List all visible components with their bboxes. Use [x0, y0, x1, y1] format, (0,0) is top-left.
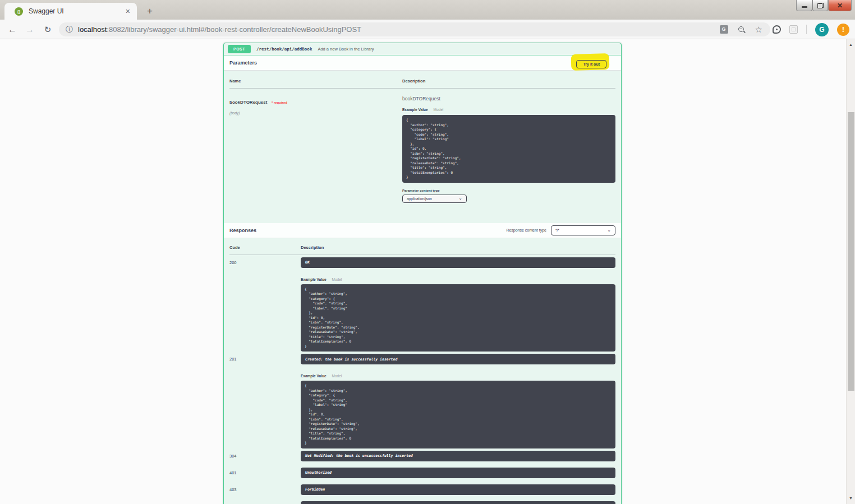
response-content-type-label: Response content type [506, 228, 546, 232]
zoom-icon[interactable] [738, 26, 746, 34]
parameter-name-cell: bookDTORequest * required (body) [229, 96, 402, 203]
restore-button[interactable] [812, 0, 828, 11]
response-description-bar: OK [301, 257, 615, 268]
tab-example-value[interactable]: Example Value [301, 374, 327, 378]
back-button[interactable]: ← [6, 24, 19, 36]
response-description-text: Not Modified: the book is unsuccessfully… [305, 454, 413, 458]
response-201-codeblock: { "author": "string", "category": { "cod… [301, 381, 615, 448]
reload-button[interactable]: ↻ [42, 24, 54, 36]
response-description-bar: Not Modified: the book is unsuccessfully… [301, 451, 615, 461]
responses-title: Responses [229, 228, 256, 233]
address-bar[interactable]: ⓘ localhost:8082/library/swagger-ui.html… [59, 22, 770, 36]
parameter-description-cell: bookDTORequest Example Value Model { "au… [402, 96, 615, 203]
chevron-down-icon: ⌄ [607, 229, 611, 232]
new-tab-button[interactable]: + [142, 4, 157, 18]
tab-model[interactable]: Model [332, 374, 342, 378]
name-column-header: Name [229, 78, 402, 84]
response-description-text: Unauthorized [305, 470, 332, 475]
extension-icon-1[interactable] [773, 25, 781, 34]
request-example-json: { "author": "string", "category": { "cod… [406, 118, 612, 180]
http-method-badge: POST [228, 45, 251, 53]
response-description-bar: Unauthorized [301, 468, 615, 478]
response-description-cell: Unauthorized [301, 468, 615, 478]
browser-titlebar: {} Swagger UI × + ✕ [0, 0, 855, 20]
response-code: 200 [229, 257, 301, 352]
profile-avatar[interactable]: G [815, 23, 829, 36]
url-path: :8082/library/swagger-ui.html#/book-rest… [107, 25, 361, 34]
restore-icon [817, 3, 824, 8]
tab-model[interactable]: Model [332, 278, 342, 281]
response-code: 404 [229, 501, 301, 504]
page-scrollbar[interactable]: ▲ ▼ [846, 39, 855, 504]
extension-icon-2-inner [792, 27, 796, 31]
responses-header: Responses Response content type */* ⌄ [224, 223, 621, 238]
endpoint-path: /rest/book/api/addBook [256, 47, 312, 52]
response-row-401: 401 Unauthorized [229, 468, 615, 478]
parameters-table-header: Name Description [229, 78, 615, 89]
response-201-example: Example Value Model { "author": "string"… [301, 374, 615, 448]
response-description-bar: Forbidden [301, 484, 615, 495]
forward-button: → [24, 24, 36, 36]
description-column-header: Description [402, 78, 425, 84]
response-code: 403 [229, 484, 301, 495]
scrollbar-down-icon[interactable]: ▼ [847, 494, 855, 503]
parameter-location: (body) [229, 111, 402, 115]
scrollbar-up-icon[interactable]: ▲ [847, 40, 855, 49]
extensions-area: G ! [773, 22, 849, 36]
parameter-content-type-select[interactable]: application/json ⌄ [402, 195, 467, 203]
response-200-example: Example Value Model { "author": "string"… [301, 278, 615, 352]
response-description-cell: Forbidden [301, 484, 615, 495]
response-200-json: { "author": "string", "category": { "cod… [305, 287, 612, 349]
response-row-304: 304 Not Modified: the book is unsuccessf… [229, 451, 615, 461]
url-text[interactable]: localhost:8082/library/swagger-ui.html#/… [78, 25, 720, 34]
page-info-icon[interactable]: ⓘ [66, 25, 73, 35]
translate-icon[interactable]: G [720, 25, 728, 34]
response-row-201: 201 Created: the book is successfully in… [229, 354, 615, 448]
minimize-button[interactable] [796, 0, 812, 11]
response-description-column-header: Description [301, 245, 324, 250]
parameters-header: Parameters Try it out [224, 56, 621, 71]
response-row-200: 200 OK Example Value Model { "author": "… [229, 257, 615, 352]
responses-body: Code Description 200 OK Example Value Mo… [224, 238, 621, 504]
close-button[interactable]: ✕ [828, 0, 852, 11]
window-controls: ✕ [796, 0, 852, 11]
chevron-down-icon: ⌄ [458, 197, 462, 200]
extension-icon-2[interactable] [789, 25, 798, 34]
response-content-type-wrap: Response content type */* ⌄ [506, 225, 615, 235]
try-it-out-button[interactable]: Try it out [576, 60, 606, 68]
parameter-content-type-label: Parameter content type [402, 189, 615, 192]
browser-tab[interactable]: {} Swagger UI × [4, 3, 137, 20]
parameters-title: Parameters [229, 60, 257, 66]
tab-close-icon[interactable]: × [126, 7, 130, 16]
scrollbar-thumb[interactable] [848, 112, 854, 391]
bookmark-star-icon[interactable]: ☆ [755, 25, 762, 34]
page-content: POST /rest/book/api/addBook Add a new Bo… [0, 39, 846, 504]
browser-menu-update-badge[interactable]: ! [837, 24, 849, 36]
parameter-row: bookDTORequest * required (body) bookDTO… [229, 89, 615, 203]
tab-example-value[interactable]: Example Value [301, 278, 327, 281]
close-icon: ✕ [837, 2, 843, 10]
code-column-header: Code [229, 245, 301, 250]
tab-title: Swagger UI [29, 7, 126, 15]
response-content-type-value: */* [555, 228, 559, 232]
response-description-text: Created: the book is successfully insert… [305, 357, 397, 362]
response-description-cell: Not Modified: the book is unsuccessfully… [301, 451, 615, 461]
response-code: 304 [229, 451, 301, 461]
tab-example-value[interactable]: Example Value [402, 108, 428, 112]
response-row-404: 404 Not Found [229, 501, 615, 504]
required-label: * required [272, 101, 287, 104]
url-host: localhost [78, 25, 107, 34]
response-code: 401 [229, 468, 301, 478]
response-code: 201 [229, 354, 301, 448]
response-content-type-select[interactable]: */* ⌄ [551, 225, 615, 235]
opblock-post-addbook: POST /rest/book/api/addBook Add a new Bo… [223, 43, 622, 504]
tab-model[interactable]: Model [434, 108, 444, 112]
opblock-summary[interactable]: POST /rest/book/api/addBook Add a new Bo… [224, 43, 621, 56]
response-description-cell: Created: the book is successfully insert… [301, 354, 615, 448]
response-description-cell: OK Example Value Model { "author": "stri… [301, 257, 615, 352]
try-it-out-wrap: Try it out [576, 58, 606, 68]
response-description-text: Forbidden [305, 487, 325, 492]
parameters-body: Name Description bookDTORequest * requir… [224, 71, 621, 223]
response-description-cell: Not Found [301, 501, 615, 504]
toolbar-separator [806, 25, 807, 34]
